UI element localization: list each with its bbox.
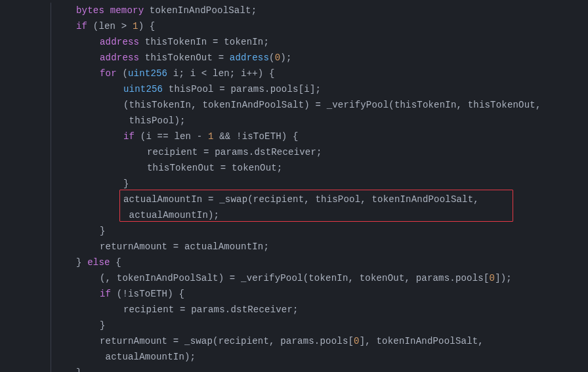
code-line: actualAmountIn); [52,349,588,365]
code-line-highlighted: actualAmountIn = _swap(recipient, thisPo… [52,192,588,207]
code-line: address thisTokenOut = address(0); [52,50,588,66]
code-line: } [52,365,588,372]
code-line: bytes memory tokenInAndPoolSalt; [52,3,588,18]
code-line: if (!isToETH) { [52,286,588,302]
code-line: returnAmount = _swap(recipient, params.p… [52,333,588,349]
code-line: address thisTokenIn = tokenIn; [52,34,588,50]
code-line: } [52,223,588,239]
code-line: for (uint256 i; i < len; i++) { [52,66,588,81]
code-line-highlighted: actualAmountIn); [52,207,588,223]
code-line: recipient = params.dstReceiver; [52,302,588,318]
code-line: if (len > 1) { [52,18,588,34]
code-line: (thisTokenIn, tokenInAndPoolSalt) = _ver… [52,97,588,113]
code-block: bytes memory tokenInAndPoolSalt; if (len… [0,3,588,372]
code-line: returnAmount = actualAmountIn; [52,239,588,255]
code-line: (, tokenInAndPoolSalt) = _verifyPool(tok… [52,270,588,286]
code-line: uint256 thisPool = params.pools[i]; [52,81,588,97]
code-line: if (i == len - 1 && !isToETH) { [52,129,588,144]
code-line: } [52,318,588,333]
code-line: thisPool); [52,113,588,129]
code-line: recipient = params.dstReceiver; [52,144,588,160]
code-line: thisTokenOut = tokenOut; [52,160,588,176]
code-line: } else { [52,255,588,270]
code-line: } [52,176,588,192]
line-gutter [0,3,51,372]
